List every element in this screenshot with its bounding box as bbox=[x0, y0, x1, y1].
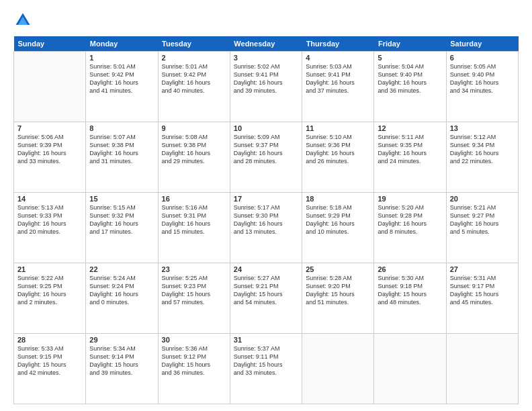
calendar-cell: 19Sunrise: 5:20 AM Sunset: 9:28 PM Dayli… bbox=[374, 193, 446, 263]
day-number: 27 bbox=[450, 265, 515, 273]
day-number: 23 bbox=[162, 265, 226, 273]
day-info: Sunrise: 5:30 AM Sunset: 9:18 PM Dayligh… bbox=[378, 274, 442, 307]
day-info: Sunrise: 5:33 AM Sunset: 9:15 PM Dayligh… bbox=[17, 345, 82, 377]
day-info: Sunrise: 5:18 AM Sunset: 9:29 PM Dayligh… bbox=[306, 203, 370, 236]
day-info: Sunrise: 5:08 AM Sunset: 9:38 PM Dayligh… bbox=[162, 133, 226, 166]
day-info: Sunrise: 5:22 AM Sunset: 9:25 PM Dayligh… bbox=[17, 274, 82, 307]
day-number: 14 bbox=[17, 195, 82, 203]
calendar-cell: 18Sunrise: 5:18 AM Sunset: 9:29 PM Dayli… bbox=[302, 193, 374, 263]
calendar-cell: 24Sunrise: 5:27 AM Sunset: 9:21 PM Dayli… bbox=[230, 263, 302, 334]
day-number: 24 bbox=[234, 265, 298, 273]
page: SundayMondayTuesdayWednesdayThursdayFrid… bbox=[0, 0, 532, 411]
day-number: 5 bbox=[378, 54, 442, 62]
day-info: Sunrise: 5:05 AM Sunset: 9:40 PM Dayligh… bbox=[450, 62, 515, 95]
day-info: Sunrise: 5:34 AM Sunset: 9:14 PM Dayligh… bbox=[89, 345, 154, 377]
calendar-header-tuesday: Tuesday bbox=[158, 36, 230, 52]
day-number: 8 bbox=[89, 124, 154, 132]
day-info: Sunrise: 5:15 AM Sunset: 9:32 PM Dayligh… bbox=[89, 203, 154, 236]
calendar-cell: 11Sunrise: 5:10 AM Sunset: 9:36 PM Dayli… bbox=[302, 122, 374, 193]
day-number: 15 bbox=[89, 195, 154, 203]
calendar-cell: 21Sunrise: 5:22 AM Sunset: 9:25 PM Dayli… bbox=[14, 263, 86, 334]
calendar-cell bbox=[374, 334, 446, 404]
day-info: Sunrise: 5:11 AM Sunset: 9:35 PM Dayligh… bbox=[378, 133, 442, 166]
day-info: Sunrise: 5:25 AM Sunset: 9:23 PM Dayligh… bbox=[162, 274, 226, 307]
day-info: Sunrise: 5:36 AM Sunset: 9:12 PM Dayligh… bbox=[162, 345, 226, 377]
day-info: Sunrise: 5:31 AM Sunset: 9:17 PM Dayligh… bbox=[450, 274, 515, 307]
day-info: Sunrise: 5:09 AM Sunset: 9:37 PM Dayligh… bbox=[234, 133, 298, 166]
calendar-cell: 28Sunrise: 5:33 AM Sunset: 9:15 PM Dayli… bbox=[14, 334, 86, 404]
calendar: SundayMondayTuesdayWednesdayThursdayFrid… bbox=[13, 36, 519, 404]
calendar-week-1: 1Sunrise: 5:01 AM Sunset: 9:42 PM Daylig… bbox=[14, 52, 519, 122]
calendar-cell: 1Sunrise: 5:01 AM Sunset: 9:42 PM Daylig… bbox=[86, 52, 158, 122]
calendar-cell: 9Sunrise: 5:08 AM Sunset: 9:38 PM Daylig… bbox=[158, 122, 230, 193]
day-number: 13 bbox=[450, 124, 515, 132]
day-number: 18 bbox=[306, 195, 370, 203]
calendar-cell: 14Sunrise: 5:13 AM Sunset: 9:33 PM Dayli… bbox=[14, 193, 86, 263]
day-number: 30 bbox=[162, 336, 226, 344]
day-number: 1 bbox=[89, 54, 154, 62]
day-number: 16 bbox=[162, 195, 226, 203]
calendar-cell: 27Sunrise: 5:31 AM Sunset: 9:17 PM Dayli… bbox=[446, 263, 518, 334]
calendar-cell: 20Sunrise: 5:21 AM Sunset: 9:27 PM Dayli… bbox=[446, 193, 518, 263]
calendar-cell bbox=[446, 334, 518, 404]
day-info: Sunrise: 5:04 AM Sunset: 9:40 PM Dayligh… bbox=[378, 62, 442, 95]
calendar-header-wednesday: Wednesday bbox=[230, 36, 302, 52]
calendar-week-5: 28Sunrise: 5:33 AM Sunset: 9:15 PM Dayli… bbox=[14, 334, 519, 404]
calendar-week-4: 21Sunrise: 5:22 AM Sunset: 9:25 PM Dayli… bbox=[14, 263, 519, 334]
day-info: Sunrise: 5:17 AM Sunset: 9:30 PM Dayligh… bbox=[234, 203, 298, 236]
day-number: 20 bbox=[450, 195, 515, 203]
header bbox=[13, 11, 519, 30]
calendar-week-2: 7Sunrise: 5:06 AM Sunset: 9:39 PM Daylig… bbox=[14, 122, 519, 193]
calendar-cell: 22Sunrise: 5:24 AM Sunset: 9:24 PM Dayli… bbox=[86, 263, 158, 334]
calendar-cell: 4Sunrise: 5:03 AM Sunset: 9:41 PM Daylig… bbox=[302, 52, 374, 122]
day-number: 26 bbox=[378, 265, 442, 273]
day-number: 3 bbox=[234, 54, 298, 62]
day-number: 2 bbox=[162, 54, 226, 62]
day-info: Sunrise: 5:13 AM Sunset: 9:33 PM Dayligh… bbox=[17, 203, 82, 236]
calendar-cell bbox=[302, 334, 374, 404]
logo bbox=[13, 11, 35, 30]
day-number: 9 bbox=[162, 124, 226, 132]
calendar-cell bbox=[14, 52, 86, 122]
calendar-cell: 8Sunrise: 5:07 AM Sunset: 9:38 PM Daylig… bbox=[86, 122, 158, 193]
calendar-header-monday: Monday bbox=[86, 36, 158, 52]
day-number: 25 bbox=[306, 265, 370, 273]
calendar-header-thursday: Thursday bbox=[302, 36, 374, 52]
day-number: 21 bbox=[17, 265, 82, 273]
calendar-cell: 31Sunrise: 5:37 AM Sunset: 9:11 PM Dayli… bbox=[230, 334, 302, 404]
calendar-cell: 2Sunrise: 5:01 AM Sunset: 9:42 PM Daylig… bbox=[158, 52, 230, 122]
day-number: 17 bbox=[234, 195, 298, 203]
day-number: 10 bbox=[234, 124, 298, 132]
day-number: 28 bbox=[17, 336, 82, 344]
day-info: Sunrise: 5:07 AM Sunset: 9:38 PM Dayligh… bbox=[89, 133, 154, 166]
day-info: Sunrise: 5:24 AM Sunset: 9:24 PM Dayligh… bbox=[89, 274, 154, 307]
day-number: 31 bbox=[234, 336, 298, 344]
day-info: Sunrise: 5:03 AM Sunset: 9:41 PM Dayligh… bbox=[306, 62, 370, 95]
calendar-header-sunday: Sunday bbox=[14, 36, 86, 52]
calendar-header-saturday: Saturday bbox=[446, 36, 518, 52]
calendar-header-row: SundayMondayTuesdayWednesdayThursdayFrid… bbox=[14, 36, 519, 52]
calendar-cell: 3Sunrise: 5:02 AM Sunset: 9:41 PM Daylig… bbox=[230, 52, 302, 122]
day-number: 7 bbox=[17, 124, 82, 132]
calendar-cell: 26Sunrise: 5:30 AM Sunset: 9:18 PM Dayli… bbox=[374, 263, 446, 334]
calendar-cell: 10Sunrise: 5:09 AM Sunset: 9:37 PM Dayli… bbox=[230, 122, 302, 193]
calendar-cell: 25Sunrise: 5:28 AM Sunset: 9:20 PM Dayli… bbox=[302, 263, 374, 334]
day-info: Sunrise: 5:21 AM Sunset: 9:27 PM Dayligh… bbox=[450, 203, 515, 236]
calendar-cell: 15Sunrise: 5:15 AM Sunset: 9:32 PM Dayli… bbox=[86, 193, 158, 263]
calendar-cell: 12Sunrise: 5:11 AM Sunset: 9:35 PM Dayli… bbox=[374, 122, 446, 193]
calendar-cell: 17Sunrise: 5:17 AM Sunset: 9:30 PM Dayli… bbox=[230, 193, 302, 263]
logo-icon bbox=[13, 11, 32, 30]
day-number: 4 bbox=[306, 54, 370, 62]
day-info: Sunrise: 5:37 AM Sunset: 9:11 PM Dayligh… bbox=[234, 345, 298, 377]
day-info: Sunrise: 5:28 AM Sunset: 9:20 PM Dayligh… bbox=[306, 274, 370, 307]
calendar-header-friday: Friday bbox=[374, 36, 446, 52]
calendar-cell: 13Sunrise: 5:12 AM Sunset: 9:34 PM Dayli… bbox=[446, 122, 518, 193]
day-number: 19 bbox=[378, 195, 442, 203]
calendar-cell: 7Sunrise: 5:06 AM Sunset: 9:39 PM Daylig… bbox=[14, 122, 86, 193]
day-number: 22 bbox=[89, 265, 154, 273]
calendar-cell: 30Sunrise: 5:36 AM Sunset: 9:12 PM Dayli… bbox=[158, 334, 230, 404]
day-info: Sunrise: 5:20 AM Sunset: 9:28 PM Dayligh… bbox=[378, 203, 442, 236]
day-number: 12 bbox=[378, 124, 442, 132]
calendar-cell: 23Sunrise: 5:25 AM Sunset: 9:23 PM Dayli… bbox=[158, 263, 230, 334]
day-info: Sunrise: 5:06 AM Sunset: 9:39 PM Dayligh… bbox=[17, 133, 82, 166]
